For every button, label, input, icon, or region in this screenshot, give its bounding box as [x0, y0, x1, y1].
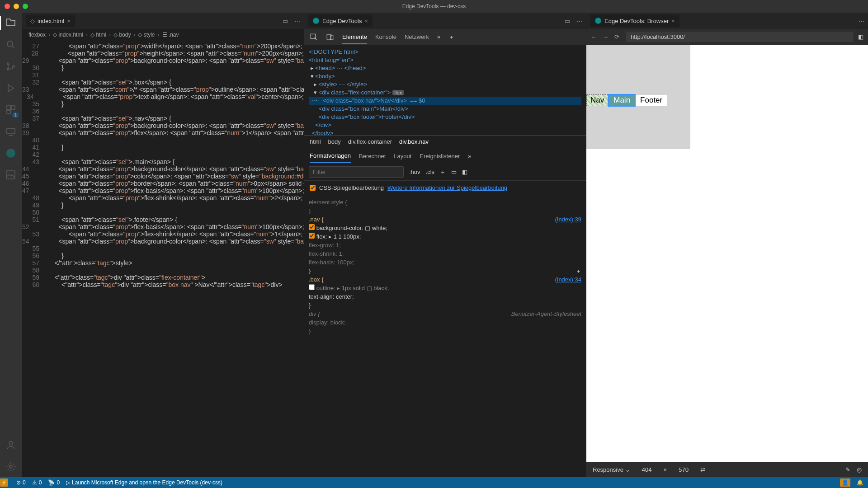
preview-footer: Footer [636, 95, 667, 106]
chevron-right-icon[interactable]: » [468, 153, 471, 160]
hov-toggle[interactable]: :hov [409, 169, 420, 175]
device-select[interactable]: Responsive ⌄ [593, 466, 630, 473]
devtools-pane: Edge DevTools × ▭ ⋯ Elemente Konsole Net… [304, 13, 586, 477]
profile-badge[interactable]: 👤 [840, 479, 850, 487]
close-icon[interactable]: × [67, 18, 71, 24]
svg-rect-6 [7, 110, 10, 114]
code-editor[interactable]: 27 <span "attr">class="prop">width</span… [22, 41, 304, 477]
flex-badge[interactable]: flex [392, 90, 404, 95]
target-icon[interactable]: ◎ [857, 466, 862, 473]
split-icon[interactable]: ▭ [565, 18, 570, 24]
explorer-icon[interactable] [5, 17, 17, 29]
editor-tab[interactable]: ◇ index.html × [26, 15, 75, 27]
width-input[interactable] [637, 466, 657, 473]
extensions-icon[interactable]: 1 [5, 104, 17, 116]
style-rules[interactable]: element.style { } .nav {(Index):39 backg… [304, 195, 586, 477]
add-prop-icon[interactable]: ＋ [576, 267, 581, 275]
breadcrumb[interactable]: flexbox› ◇ index.html› ◇ html› ◇ body› ◇… [22, 29, 304, 41]
css-mirror-label: CSS-Spiegelbearbeitung [319, 184, 384, 191]
image-icon[interactable] [5, 169, 17, 181]
edge-tools-icon[interactable] [5, 147, 17, 159]
add-tab-icon[interactable]: ＋ [448, 33, 454, 41]
port-indicator[interactable]: 📡 0 [48, 479, 60, 486]
panel-icon[interactable]: ◧ [462, 169, 467, 175]
computed-tab[interactable]: Berechnet [359, 153, 386, 160]
styles-tab[interactable]: Formatvorlagen [310, 152, 351, 163]
remote-indicator[interactable]: ⚡ [0, 479, 8, 487]
notifications-icon[interactable]: 🔔 [857, 479, 863, 486]
back-icon[interactable]: ← [591, 33, 598, 41]
svg-point-16 [595, 18, 601, 23]
errors-count[interactable]: ⊘ 0 [16, 479, 26, 486]
add-rule-icon[interactable]: ＋ [440, 168, 446, 176]
svg-point-0 [7, 41, 13, 47]
styles-filter-input[interactable] [309, 166, 404, 178]
settings-icon[interactable] [5, 461, 17, 473]
svg-point-3 [13, 66, 14, 67]
preview-main: Main [608, 94, 636, 107]
more-icon[interactable]: ⋯ [859, 18, 864, 24]
svg-point-8 [6, 149, 15, 158]
svg-rect-5 [11, 106, 15, 109]
svg-point-10 [9, 441, 13, 445]
svg-point-1 [7, 63, 9, 65]
device-icon[interactable]: ▭ [451, 169, 457, 175]
svg-point-2 [7, 68, 9, 70]
css-mirror-link[interactable]: Weitere Informationen zur Spiegelbearbei… [387, 184, 507, 191]
account-icon[interactable] [5, 439, 17, 451]
eyedropper-icon[interactable]: ✎ [845, 466, 850, 473]
titlebar: Edge DevTools — dev-css [0, 0, 868, 13]
device-toggle-icon[interactable] [326, 33, 334, 41]
devtools-tab-label: Edge DevTools [322, 18, 362, 24]
remote-icon[interactable] [5, 126, 17, 137]
warnings-count[interactable]: ⚠ 0 [32, 479, 42, 486]
close-icon[interactable]: × [671, 18, 675, 24]
panel-tab-elements[interactable]: Elemente [342, 33, 367, 44]
search-icon[interactable] [5, 39, 17, 51]
window-controls[interactable] [5, 4, 28, 9]
more-icon[interactable]: ⋯ [294, 18, 300, 24]
inspect-icon[interactable] [310, 33, 318, 41]
close-icon[interactable]: × [364, 18, 368, 24]
forward-icon[interactable]: → [603, 33, 610, 41]
prop-toggle[interactable] [309, 224, 315, 230]
rotate-icon[interactable]: ⇄ [700, 466, 705, 473]
svg-rect-4 [7, 106, 10, 109]
editor-tab-label: index.html [38, 18, 64, 24]
status-bar: ⚡ ⊘ 0 ⚠ 0 📡 0 ▷ Launch Microsoft Edge an… [0, 477, 868, 488]
status-message[interactable]: ▷ Launch Microsoft Edge and open the Edg… [66, 479, 222, 486]
source-control-icon[interactable] [5, 61, 17, 72]
svg-rect-7 [7, 128, 15, 134]
svg-rect-9 [7, 171, 15, 179]
browser-tab[interactable]: Edge DevTools: Browser × [590, 14, 679, 27]
dom-breadcrumb[interactable]: html body div.flex-container div.box.nav [304, 136, 586, 148]
url-input[interactable]: http://localhost:3000/ [626, 32, 854, 42]
source-link[interactable]: (Index):39 [555, 215, 581, 224]
dom-tree[interactable]: <!DOCTYPE html> <html lang="en"> ▸ <head… [304, 45, 586, 136]
height-input[interactable] [673, 466, 694, 473]
source-link[interactable]: (Index):34 [555, 275, 581, 284]
panel-tab-network[interactable]: Netzwerk [405, 33, 429, 40]
preview-nav: Nav [586, 94, 608, 106]
layout-tab[interactable]: Layout [394, 153, 411, 160]
editor-pane: ◇ index.html × ▭ ⋯ flexbox› ◇ index.html… [22, 13, 304, 477]
split-editor-icon[interactable]: ▭ [283, 18, 288, 24]
window-title: Edge DevTools — dev-css [402, 3, 466, 9]
svg-point-12 [313, 18, 319, 23]
more-icon[interactable]: ⋯ [576, 18, 582, 24]
times-icon: × [664, 466, 667, 473]
svg-rect-15 [330, 36, 333, 40]
prop-toggle[interactable] [309, 233, 315, 239]
devtools-tab[interactable]: Edge DevTools × [308, 14, 373, 27]
devtools-toggle-icon[interactable]: ◧ [858, 33, 863, 40]
chevron-right-icon[interactable]: » [437, 33, 440, 40]
reload-icon[interactable]: ⟳ [614, 33, 622, 41]
browser-pane: Edge DevTools: Browser × ⋯ ← → ⟳ http://… [586, 13, 868, 477]
panel-tab-console[interactable]: Konsole [375, 33, 396, 40]
run-debug-icon[interactable] [5, 82, 17, 94]
css-mirror-checkbox[interactable] [310, 185, 316, 191]
listeners-tab[interactable]: Ereignislistener [420, 153, 460, 160]
cls-toggle[interactable]: .cls [426, 169, 435, 175]
page-preview: Nav Main Footer [586, 45, 868, 462]
prop-toggle[interactable] [309, 284, 315, 290]
